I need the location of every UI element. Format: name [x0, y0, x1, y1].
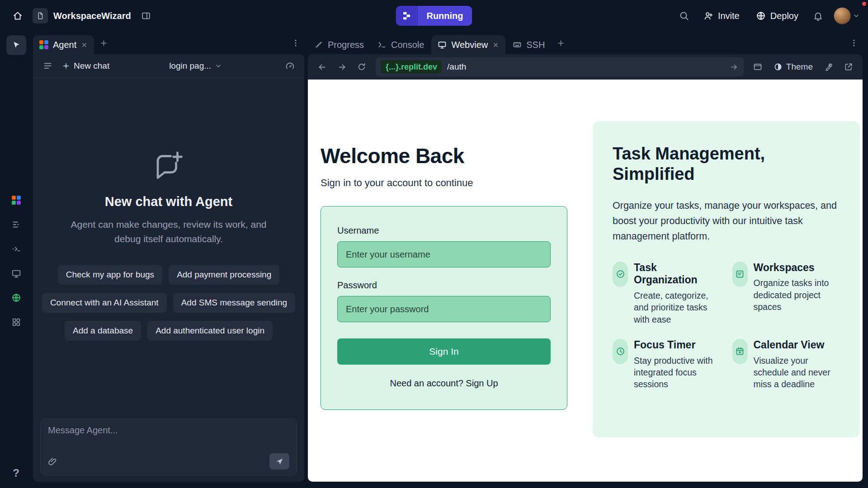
- check-circle-icon: [613, 262, 628, 287]
- login-column: Welcome Back Sign in to your account to …: [321, 121, 567, 482]
- rail-output-button[interactable]: [7, 264, 26, 283]
- history-button[interactable]: [282, 58, 298, 74]
- deploy-button[interactable]: Deploy: [750, 6, 805, 26]
- feature-text: Focus Timer Stay productive with integra…: [634, 339, 721, 390]
- new-tab-button[interactable]: [95, 34, 112, 52]
- feature-description: Stay productive with integrated focus se…: [634, 355, 721, 390]
- tab-agent[interactable]: Agent: [33, 35, 94, 54]
- chat-plus-icon: [152, 150, 185, 183]
- notifications-button[interactable]: [808, 6, 827, 25]
- account-menu[interactable]: [834, 7, 860, 24]
- bell-icon: [813, 11, 823, 21]
- invite-user-icon: [703, 11, 713, 21]
- page-subtitle: Sign in to your account to continue: [321, 177, 567, 189]
- globe-green-icon: [11, 293, 21, 303]
- devtools-icon: [753, 62, 762, 71]
- empty-state-title: New chat with Agent: [105, 194, 233, 209]
- attach-button[interactable]: [48, 457, 57, 466]
- help-button[interactable]: ?: [7, 464, 26, 483]
- app-title: WorkspaceWizard: [53, 11, 131, 21]
- workspace: ? Agent: [0, 32, 868, 488]
- message-agent-input[interactable]: [48, 425, 289, 453]
- tab-ssh[interactable]: SSH: [506, 35, 551, 54]
- suggestion-chip[interactable]: Check my app for bugs: [58, 265, 162, 285]
- feature-text: Task Organization Create, categorize, an…: [634, 262, 721, 325]
- pointer-tool-button[interactable]: [6, 35, 26, 55]
- feature-item: Task Organization Create, categorize, an…: [613, 262, 721, 325]
- tab-progress-label: Progress: [328, 40, 364, 50]
- suggestion-chip[interactable]: Add SMS message sending: [173, 293, 295, 313]
- chevron-down-icon: [215, 62, 222, 70]
- invite-label: Invite: [718, 11, 740, 21]
- devtools-button[interactable]: [749, 58, 766, 75]
- close-icon[interactable]: [492, 42, 499, 48]
- open-external-button[interactable]: [840, 58, 857, 75]
- feature-item: Focus Timer Stay productive with integra…: [613, 339, 721, 390]
- refresh-button[interactable]: [353, 58, 370, 75]
- app-identity[interactable]: WorkspaceWizard: [33, 8, 131, 23]
- tab-webview-label: Webview: [451, 40, 488, 50]
- plus-icon: [99, 39, 108, 47]
- tab-console[interactable]: Console: [371, 35, 430, 54]
- composer-actions: [48, 453, 289, 469]
- new-chat-button[interactable]: New chat: [62, 61, 109, 71]
- sign-in-button[interactable]: Sign In: [337, 338, 551, 365]
- agent-tab-strip: Agent: [33, 32, 304, 54]
- chat-list-button[interactable]: [39, 58, 56, 74]
- history-icon: [285, 61, 295, 70]
- feature-title: Calendar View: [754, 339, 840, 352]
- feature-description: Organize tasks into dedicated project sp…: [754, 277, 840, 313]
- tab-progress[interactable]: Progress: [308, 35, 370, 54]
- agent-panel-menu-button[interactable]: [287, 34, 304, 52]
- url-bar[interactable]: {...}.replit.dev /auth: [376, 57, 744, 76]
- progress-icon: [314, 40, 323, 49]
- search-button[interactable]: [675, 6, 693, 25]
- chat-title-dropdown[interactable]: login pag...: [169, 61, 222, 71]
- run-status-button[interactable]: Running: [396, 6, 472, 26]
- rail-workflows-button[interactable]: [7, 215, 26, 234]
- webview-panel-body: {...}.replit.dev /auth Theme: [308, 54, 863, 482]
- main-panel-menu-button[interactable]: [845, 34, 863, 52]
- forward-button[interactable]: [333, 58, 350, 75]
- deploy-label: Deploy: [770, 11, 798, 21]
- suggestion-chip[interactable]: Connect with an AI Assistant: [42, 293, 167, 313]
- rail-deployments-button[interactable]: [7, 288, 26, 307]
- suggestion-chip[interactable]: Add a database: [65, 321, 141, 341]
- password-label: Password: [337, 280, 551, 291]
- agent-panel-body: New chat login pag...: [33, 54, 304, 482]
- sign-up-link[interactable]: Need an account? Sign Up: [337, 378, 551, 389]
- rail-all-tools-button[interactable]: [7, 313, 26, 332]
- deploy-globe-icon: [756, 11, 766, 21]
- tab-agent-label: Agent: [53, 40, 76, 50]
- workspaces-icon: [732, 262, 748, 287]
- theme-button[interactable]: Theme: [769, 58, 817, 75]
- suggestion-chip[interactable]: Add authenticated user login: [147, 321, 273, 341]
- send-button[interactable]: [269, 453, 289, 469]
- rail-agent-button[interactable]: [7, 191, 26, 210]
- feature-description: Create, categorize, and prioritize tasks…: [634, 290, 721, 325]
- username-field[interactable]: [337, 241, 551, 267]
- arrow-left-icon: [317, 62, 327, 72]
- refresh-icon: [357, 62, 366, 71]
- new-chat-label: New chat: [74, 61, 109, 71]
- cursor-icon: [11, 40, 21, 50]
- theme-icon: [774, 62, 783, 71]
- settings-tools-button[interactable]: [820, 58, 837, 75]
- go-arrow-icon[interactable]: [730, 63, 738, 71]
- rail-shell-button[interactable]: [7, 239, 26, 258]
- close-icon[interactable]: [81, 42, 88, 48]
- search-icon: [679, 10, 689, 21]
- new-tab-button[interactable]: [552, 34, 569, 52]
- invite-button[interactable]: Invite: [697, 6, 746, 26]
- promo-card: Task Management, Simplified Organize you…: [593, 121, 860, 437]
- url-host-badge[interactable]: {...}.replit.dev: [381, 60, 442, 74]
- tab-webview[interactable]: Webview: [431, 35, 505, 54]
- password-field[interactable]: [337, 296, 551, 322]
- suggestion-chip[interactable]: Add payment processing: [169, 265, 279, 285]
- back-button[interactable]: [313, 58, 330, 75]
- login-card: Username Password Sign In Need an accoun…: [321, 206, 567, 410]
- url-path: /auth: [447, 62, 466, 72]
- username-label: Username: [337, 225, 551, 236]
- layout-toggle-button[interactable]: [137, 6, 156, 25]
- home-button[interactable]: [8, 6, 27, 25]
